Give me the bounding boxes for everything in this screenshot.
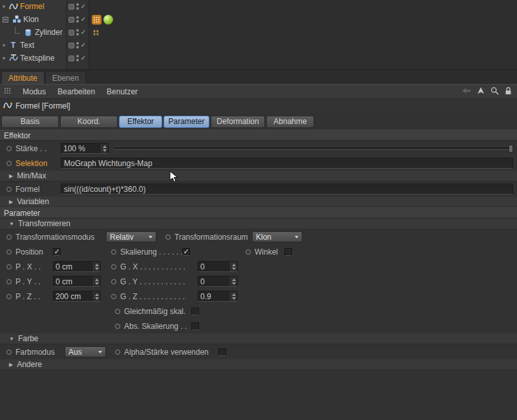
spinner-arrows-icon[interactable] bbox=[93, 291, 100, 301]
anim-circle-icon[interactable] bbox=[6, 249, 12, 255]
group-andere[interactable]: ▶ Andere bbox=[0, 359, 517, 370]
object-toggles[interactable]: ✓ bbox=[67, 13, 89, 26]
search-icon[interactable] bbox=[491, 87, 499, 97]
object-row-textspline[interactable]: Textspline ✓ bbox=[0, 52, 517, 65]
object-label[interactable]: Klon bbox=[23, 15, 39, 24]
enable-check-icon[interactable]: ✓ bbox=[81, 29, 86, 36]
sphere-tag-icon[interactable] bbox=[103, 15, 113, 25]
visibility-dots-icon[interactable] bbox=[76, 3, 79, 10]
staerke-field[interactable]: 100 % bbox=[61, 143, 109, 154]
spinner-arrows-icon[interactable] bbox=[93, 277, 100, 286]
formel-input[interactable]: sin(((id/count)+t)*360.0) bbox=[61, 184, 513, 194]
spinner-arrows-icon[interactable] bbox=[230, 277, 237, 286]
winkel-checkbox[interactable] bbox=[284, 248, 292, 256]
anim-circle-icon[interactable] bbox=[6, 235, 12, 240]
matrix-tag-icon[interactable] bbox=[92, 15, 101, 25]
anim-circle-icon[interactable] bbox=[111, 294, 116, 299]
anim-circle-icon[interactable] bbox=[6, 264, 12, 269]
visibility-dots-icon[interactable] bbox=[76, 42, 79, 48]
group-transformieren[interactable]: ▼ Transformieren bbox=[0, 218, 517, 229]
panel-grid-icon[interactable] bbox=[4, 87, 11, 96]
tmodus-dropdown[interactable]: Relativ bbox=[106, 231, 156, 242]
anim-circle-icon[interactable] bbox=[111, 249, 116, 255]
object-name-cell[interactable]: − Klon bbox=[0, 13, 67, 26]
skalierung-checkbox[interactable]: ✓ bbox=[182, 248, 190, 256]
farbmodus-dropdown[interactable]: Aus bbox=[65, 346, 106, 357]
gleich-checkbox[interactable] bbox=[191, 308, 199, 315]
gy-field[interactable]: 0 bbox=[198, 276, 238, 287]
layer-chip-icon[interactable] bbox=[69, 30, 74, 36]
group-variablen[interactable]: ▶ Variablen bbox=[0, 196, 517, 207]
object-name-cell[interactable]: Textspline bbox=[0, 52, 67, 65]
selektion-input[interactable]: MoGraph Wichtungs-Map bbox=[61, 158, 513, 169]
pointer-arrow-icon[interactable] bbox=[477, 87, 485, 97]
staerke-slider[interactable] bbox=[114, 147, 513, 150]
tab-deformation[interactable]: Deformation bbox=[211, 116, 265, 128]
spinner-arrows-icon[interactable] bbox=[101, 143, 108, 153]
gx-field[interactable]: 0 bbox=[198, 261, 238, 272]
object-row-klon[interactable]: − Klon ✓ bbox=[0, 13, 517, 26]
anim-circle-icon[interactable] bbox=[6, 161, 12, 166]
object-label[interactable]: Textspline bbox=[20, 54, 54, 63]
enable-check-icon[interactable]: ✓ bbox=[81, 16, 86, 23]
tab-abnahme[interactable]: Abnahme bbox=[266, 116, 314, 128]
history-back-icon[interactable] bbox=[461, 87, 471, 96]
object-name-cell[interactable]: T Text bbox=[0, 39, 67, 52]
lock-icon[interactable] bbox=[505, 87, 512, 97]
layer-chip-icon[interactable] bbox=[69, 56, 74, 61]
object-label[interactable]: Text bbox=[20, 41, 34, 50]
anim-circle-icon[interactable] bbox=[165, 235, 171, 240]
object-toggles[interactable]: ✓ bbox=[67, 26, 89, 39]
slider-knob[interactable] bbox=[509, 145, 513, 152]
enable-check-icon[interactable]: ✓ bbox=[81, 42, 86, 48]
enable-check-icon[interactable]: ✓ bbox=[81, 55, 86, 61]
object-row-text[interactable]: T Text ✓ bbox=[0, 39, 517, 52]
object-toggles[interactable]: ✓ bbox=[67, 0, 89, 13]
object-row-formel[interactable]: Formel ✓ bbox=[0, 0, 517, 13]
anim-circle-icon[interactable] bbox=[6, 187, 12, 192]
px-field[interactable]: 0 cm bbox=[53, 261, 101, 272]
anim-circle-icon[interactable] bbox=[115, 309, 120, 314]
abs-checkbox[interactable] bbox=[191, 322, 199, 330]
tab-attribute[interactable]: Attribute bbox=[1, 71, 45, 84]
anim-circle-icon[interactable] bbox=[6, 294, 12, 299]
layer-chip-icon[interactable] bbox=[69, 17, 74, 23]
anim-circle-icon[interactable] bbox=[6, 279, 12, 284]
object-toggles[interactable]: ✓ bbox=[67, 52, 89, 65]
tab-koord[interactable]: Koord. bbox=[60, 116, 118, 128]
layer-chip-icon[interactable] bbox=[69, 4, 74, 10]
tab-basis[interactable]: Basis bbox=[1, 116, 59, 128]
tab-parameter[interactable]: Parameter bbox=[164, 116, 209, 128]
pz-field[interactable]: 200 cm bbox=[53, 291, 101, 302]
spinner-arrows-icon[interactable] bbox=[230, 262, 237, 271]
expander-icon[interactable]: − bbox=[3, 17, 8, 23]
tab-ebenen[interactable]: Ebenen bbox=[45, 71, 86, 84]
spinner-arrows-icon[interactable] bbox=[93, 262, 100, 271]
anim-circle-icon[interactable] bbox=[111, 279, 116, 284]
alpha-checkbox[interactable] bbox=[218, 348, 226, 356]
object-row-zylinder[interactable]: Zylinder ✓ bbox=[0, 26, 517, 39]
group-farbe[interactable]: ▼ Farbe bbox=[0, 333, 517, 344]
anim-circle-icon[interactable] bbox=[115, 350, 120, 355]
menu-benutzer[interactable]: Benutzer bbox=[107, 87, 138, 96]
layer-chip-icon[interactable] bbox=[69, 43, 74, 48]
py-field[interactable]: 0 cm bbox=[53, 276, 101, 287]
anim-circle-icon[interactable] bbox=[6, 146, 12, 151]
anim-circle-icon[interactable] bbox=[111, 264, 116, 269]
anim-circle-icon[interactable] bbox=[6, 350, 12, 355]
menu-bearbeiten[interactable]: Bearbeiten bbox=[58, 87, 95, 96]
visibility-dots-icon[interactable] bbox=[76, 16, 79, 23]
anim-circle-icon[interactable] bbox=[246, 249, 251, 255]
visibility-dots-icon[interactable] bbox=[76, 55, 79, 61]
spinner-arrows-icon[interactable] bbox=[230, 291, 237, 301]
gz-field[interactable]: 0.9 bbox=[198, 291, 238, 302]
enable-check-icon[interactable]: ✓ bbox=[81, 3, 86, 10]
tab-effektor[interactable]: Effektor bbox=[119, 116, 162, 128]
object-name-cell[interactable]: Formel bbox=[0, 0, 67, 13]
position-checkbox[interactable]: ✓ bbox=[53, 248, 61, 256]
menu-modus[interactable]: Modus bbox=[23, 87, 46, 96]
visibility-dots-icon[interactable] bbox=[76, 29, 79, 36]
group-minmax[interactable]: ▶ Min/Max bbox=[0, 171, 517, 182]
traum-dropdown[interactable]: Klon bbox=[252, 231, 302, 242]
anim-circle-icon[interactable] bbox=[115, 324, 120, 329]
